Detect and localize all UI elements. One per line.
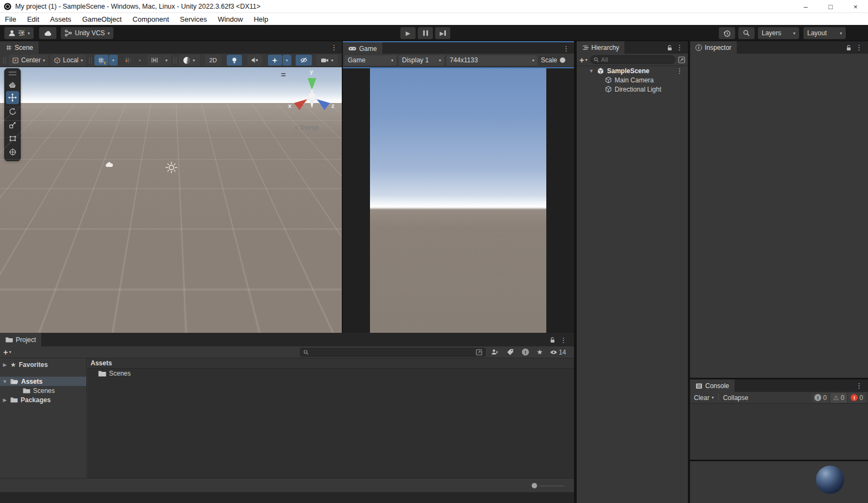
project-menu-kebab-icon[interactable]: ⋮ [560,337,567,344]
menu-assets[interactable]: Assets [44,13,76,25]
search-by-type-icon[interactable] [491,349,499,356]
cloud-gizmo-icon[interactable] [105,162,114,167]
account-button[interactable]: 张 ▾ [4,27,34,39]
menu-help[interactable]: Help [248,13,274,25]
game-display-mode-dropdown[interactable]: Game ▾ [344,55,397,66]
search-by-label-icon[interactable] [507,349,514,356]
snap-increment-toggle[interactable] [148,55,162,66]
close-button[interactable]: × [843,0,868,13]
hierarchy-search-input[interactable] [601,56,672,63]
foldout-closed-icon[interactable]: ▶ [2,362,8,367]
foldout-open-icon[interactable]: ▼ [2,379,8,384]
pause-button[interactable] [418,27,433,39]
project-search-input[interactable] [311,349,474,356]
scene-effects-dropdown[interactable]: ▾ [283,55,291,66]
toolbar-grip[interactable] [174,57,176,64]
scale-tool[interactable] [6,118,19,131]
menu-gameobject[interactable]: GameObject [76,13,127,25]
lock-icon[interactable] [666,44,673,51]
asset-item-scenes[interactable]: Scenes [87,369,574,378]
grid-snapping-toggle[interactable] [121,55,135,66]
hierarchy-row-scene[interactable]: ▼ SampleScene ⋮ [577,66,688,75]
shading-mode-dropdown[interactable]: ▾ [179,55,200,66]
perspective-toggle[interactable]: < Persp [295,124,319,132]
orientation-gizmo[interactable]: y x z [288,72,336,116]
lock-icon[interactable] [845,44,852,51]
hierarchy-menu-kebab-icon[interactable]: ⋮ [676,44,683,51]
resolution-dropdown[interactable]: 744x1133 ▾ [446,55,538,66]
snap-increment-dropdown[interactable]: ▾ [162,55,171,66]
scene-lighting-toggle[interactable] [227,55,242,66]
tab-game[interactable]: Game [343,42,382,55]
step-button[interactable]: ▶ [435,27,450,39]
move-tool[interactable] [6,91,19,104]
grid-visibility-dropdown[interactable]: ▾ [109,55,118,66]
hidden-packages-toggle[interactable]: 14 [550,349,566,356]
game-menu-kebab-icon[interactable]: ⋮ [563,45,570,52]
maximize-button[interactable]: □ [818,0,843,13]
toolbar-grip[interactable] [3,57,6,64]
scene-effects-toggle[interactable] [268,55,282,66]
rect-tool[interactable] [6,132,19,145]
tab-project[interactable]: Project [0,333,41,346]
tab-inspector[interactable]: i Inspector [690,41,737,54]
scene-camera-dropdown[interactable]: ▾ [316,55,338,66]
search-everything-button[interactable] [738,27,755,39]
inspector-menu-kebab-icon[interactable]: ⋮ [856,44,863,51]
menu-edit[interactable]: Edit [22,13,44,25]
tree-row-favorites[interactable]: ▶ ★ Favorites [0,360,86,369]
transform-tool[interactable] [6,145,19,158]
tool-handle-pivot-dropdown[interactable]: Center ▾ [9,55,48,66]
scale-slider-knob[interactable] [560,57,565,63]
thumbnail-zoom-knob[interactable] [532,483,537,488]
minimize-button[interactable]: – [793,0,818,13]
tab-console[interactable]: Console [690,379,735,392]
tab-scene[interactable]: Scene [0,41,39,54]
undo-history-button[interactable] [719,27,735,39]
error-count-toggle[interactable]: ! 0 [848,393,866,403]
warning-count-toggle[interactable]: ⚠ 0 [831,393,847,403]
console-menu-kebab-icon[interactable]: ⋮ [856,382,863,389]
menu-services[interactable]: Services [175,13,213,25]
view-hand-tool[interactable] [6,78,19,91]
lock-icon[interactable] [549,337,556,343]
clear-button[interactable]: Clear ▾ [692,394,716,402]
object-picker-icon[interactable] [678,56,685,63]
cloud-button[interactable] [39,27,56,39]
hidden-objects-toggle[interactable] [296,55,312,66]
mode-2d-toggle[interactable]: 2D [205,55,221,66]
directional-light-gizmo[interactable] [165,161,178,174]
layers-dropdown[interactable]: Layers ▾ [758,27,799,39]
tree-row-packages[interactable]: ▶ Packages [0,395,86,404]
tab-hierarchy[interactable]: Hierarchy [577,41,624,54]
gizmo-drag-handle[interactable]: = [281,70,286,79]
rotate-tool[interactable] [6,105,19,118]
tool-handle-rotation-dropdown[interactable]: Local ▾ [50,55,86,66]
layout-dropdown[interactable]: Layout ▾ [803,27,846,39]
scene-menu-kebab-icon[interactable]: ⋮ [330,44,337,51]
scene-kebab-icon[interactable]: ⋮ [676,67,683,74]
save-search-star-icon[interactable]: ★ [537,348,543,356]
hierarchy-row-main-camera[interactable]: Main Camera [577,75,688,85]
tree-row-scenes[interactable]: Scenes [0,386,86,395]
open-search-window-icon[interactable] [476,349,482,356]
hierarchy-row-directional-light[interactable]: Directional Light [577,85,688,94]
grid-visibility-toggle[interactable]: Y [94,55,108,66]
menu-component[interactable]: Component [127,13,174,25]
scene-viewport-ground[interactable] [0,103,342,333]
grid-snapping-dropdown[interactable]: ▾ [136,55,144,66]
thumbnail-zoom-track[interactable] [539,486,564,487]
project-search-field[interactable] [300,348,486,357]
foldout-open-icon[interactable]: ▼ [589,68,594,74]
create-asset-button[interactable]: + ▾ [3,348,11,356]
search-by-import-log-icon[interactable]: ! [522,349,529,356]
info-count-toggle[interactable]: ! 0 [812,393,829,403]
tree-row-assets[interactable]: ▼ Assets [0,377,86,386]
display-target-dropdown[interactable]: Display 1 ▾ [399,55,444,66]
play-button[interactable]: ▶ [400,27,416,39]
hierarchy-search-field[interactable] [590,55,675,64]
unity-vcs-button[interactable]: Unity VCS ▾ [61,27,113,39]
scene-audio-toggle[interactable] [247,55,263,66]
collapse-button[interactable]: Collapse [722,394,750,402]
create-object-button[interactable]: + ▾ [579,56,588,64]
